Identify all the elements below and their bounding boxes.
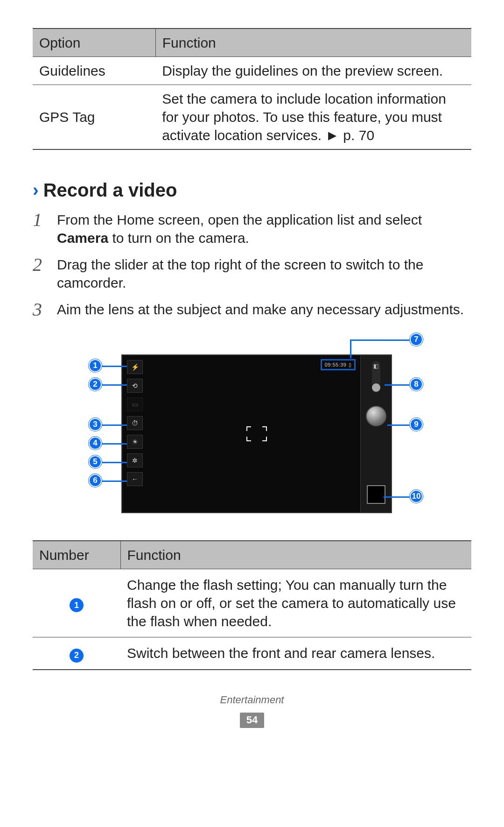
callout-badge: 4 — [89, 437, 102, 450]
left-toolbar: ⚡ ⟲ ▭ ⏱ ☀ ✲ ← — [122, 355, 147, 512]
table-row: 2 Switch between the front and rear came… — [33, 637, 471, 670]
steps-list: 1 From the Home screen, open the applica… — [33, 211, 471, 319]
back-icon: ← — [127, 472, 143, 486]
step-number: 2 — [33, 255, 49, 292]
list-item: 1 From the Home screen, open the applica… — [33, 211, 471, 247]
num-cell: 2 — [33, 637, 120, 670]
mode-icon: ▭ — [127, 397, 143, 411]
callout-badge: 7 — [410, 333, 423, 346]
callout-badge: 9 — [410, 418, 423, 431]
footer-section-label: Entertainment — [33, 693, 471, 707]
options-header-function: Function — [155, 28, 471, 57]
callout-badge: 8 — [410, 378, 423, 391]
recording-time-box: 09:55:39 ▯ — [321, 359, 356, 370]
callout-badge: 5 — [89, 455, 102, 468]
shutter-button — [366, 406, 386, 426]
table-row: Guidelines Display the guidelines on the… — [33, 57, 471, 85]
num-function: Switch between the front and rear camera… — [120, 637, 471, 670]
callout-badge: 2 — [89, 378, 102, 391]
step-body: Drag the slider at the top right of the … — [57, 255, 471, 292]
step-body: From the Home screen, open the applicati… — [57, 211, 471, 247]
exposure-icon: ☀ — [127, 435, 143, 449]
option-function: Set the camera to include location infor… — [155, 85, 471, 150]
num-cell: 1 — [33, 569, 120, 637]
options-table: Option Function Guidelines Display the g… — [33, 28, 471, 150]
callout-badge: 6 — [89, 474, 102, 487]
table-row: GPS Tag Set the camera to include locati… — [33, 85, 471, 150]
option-name: Guidelines — [33, 57, 155, 85]
table-row: 1 Change the flash setting; You can manu… — [33, 569, 471, 637]
right-toolbar: ◧ ■ — [360, 355, 391, 512]
option-function: Display the guidelines on the preview sc… — [155, 57, 471, 85]
step-number: 1 — [33, 211, 49, 247]
callout-badge: 2 — [70, 649, 84, 663]
number-function-table: Number Function 1 Change the flash setti… — [33, 540, 471, 670]
section-title: Record a video — [43, 178, 177, 202]
callout-badge: 10 — [410, 490, 423, 503]
camera-diagram: ⚡ ⟲ ▭ ⏱ ☀ ✲ ← 09:55:39 ▯ ◧ ■ — [33, 333, 471, 529]
chevron-right-icon: › — [33, 181, 39, 199]
callout-badge: 1 — [89, 359, 102, 372]
num-header-function: Function — [120, 541, 471, 569]
page-footer: Entertainment 54 — [33, 693, 471, 728]
step-body: Aim the lens at the subject and make any… — [57, 300, 471, 319]
slider-knob — [372, 383, 380, 392]
step-number: 3 — [33, 300, 49, 319]
list-item: 2 Drag the slider at the top right of th… — [33, 255, 471, 292]
section-heading: › Record a video — [33, 178, 471, 202]
recording-time: 09:55:39 — [325, 361, 347, 368]
option-name: GPS Tag — [33, 85, 155, 150]
storage-icon: ▯ — [349, 361, 352, 368]
gallery-thumbnail — [367, 485, 385, 504]
callout-badge: 3 — [89, 418, 102, 431]
timer-icon: ⏱ — [127, 416, 143, 430]
settings-icon: ✲ — [127, 453, 143, 467]
num-function: Change the flash setting; You can manual… — [120, 569, 471, 637]
mode-slider: ◧ ■ — [372, 361, 380, 393]
options-header-option: Option — [33, 28, 155, 57]
camera-mode-icon: ◧ — [373, 363, 378, 370]
focus-brackets-icon — [246, 426, 267, 441]
camcorder-screen: ⚡ ⟲ ▭ ⏱ ☀ ✲ ← 09:55:39 ▯ ◧ ■ — [121, 354, 392, 513]
num-header-number: Number — [33, 541, 120, 569]
switch-camera-icon: ⟲ — [127, 379, 143, 393]
page-number: 54 — [240, 713, 264, 728]
flash-icon: ⚡ — [127, 360, 143, 374]
list-item: 3 Aim the lens at the subject and make a… — [33, 300, 471, 319]
callout-badge: 1 — [70, 598, 84, 612]
